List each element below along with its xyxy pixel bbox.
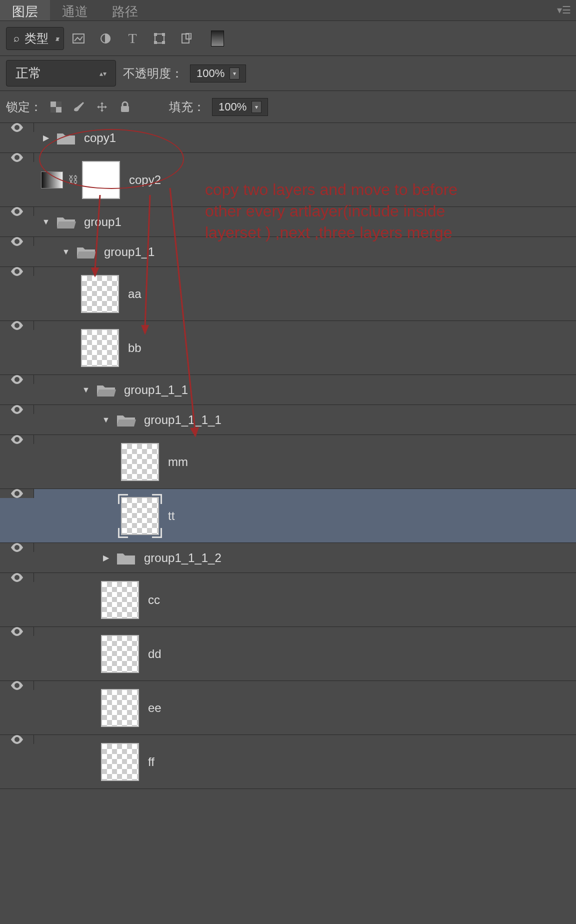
disclosure-down-icon[interactable]: ▼ xyxy=(41,217,51,227)
visibility-toggle[interactable] xyxy=(10,321,24,330)
layer-name[interactable]: ff xyxy=(148,755,154,769)
chevron-down-icon[interactable]: ▾ xyxy=(230,68,240,80)
layer-group-copy1[interactable]: ▶ copy1 xyxy=(0,123,576,153)
folder-open-icon xyxy=(75,244,97,260)
layer-mm[interactable]: mm xyxy=(0,435,576,489)
fill-input[interactable]: 100% ▾ xyxy=(212,98,268,116)
lock-transparent-icon[interactable] xyxy=(49,100,63,114)
lock-brush-icon[interactable] xyxy=(72,100,86,114)
lock-label: 锁定： xyxy=(6,99,42,115)
tab-layers[interactable]: 图层 xyxy=(0,0,50,20)
layer-name[interactable]: tt xyxy=(168,509,174,523)
layer-bb[interactable]: bb xyxy=(0,321,576,375)
disclosure-down-icon[interactable]: ▼ xyxy=(81,385,91,395)
visibility-toggle[interactable] xyxy=(10,573,24,582)
layer-ee[interactable]: ee xyxy=(0,681,576,735)
smartobject-filter-icon[interactable] xyxy=(179,31,194,46)
layer-thumbnail[interactable] xyxy=(81,275,119,313)
opacity-label: 不透明度： xyxy=(123,66,183,82)
layer-name[interactable]: bb xyxy=(128,341,142,355)
blend-mode-select[interactable]: 正常 ▴▾ xyxy=(6,60,116,86)
folder-open-icon xyxy=(55,214,77,230)
layer-group-group1[interactable]: ▼ group1 xyxy=(0,207,576,237)
layer-name[interactable]: group1_1_1_1 xyxy=(144,413,222,427)
disclosure-down-icon[interactable]: ▼ xyxy=(61,247,71,257)
svg-rect-4 xyxy=(162,33,165,36)
gradient-thumbnail xyxy=(41,172,63,188)
visibility-toggle[interactable] xyxy=(10,267,24,276)
layer-group-group1-1-1-2[interactable]: ▶ group1_1_1_2 xyxy=(0,543,576,573)
layer-thumbnail[interactable] xyxy=(81,329,119,367)
visibility-toggle[interactable] xyxy=(10,489,24,498)
layer-name[interactable]: cc xyxy=(148,593,160,607)
layers-list: ▶ copy1 ⛓ copy2 ▼ group1 ▼ group1_1 xyxy=(0,123,576,789)
fill-label: 填充： xyxy=(169,99,205,115)
visibility-toggle[interactable] xyxy=(10,375,24,384)
lock-move-icon[interactable] xyxy=(95,100,109,114)
visibility-toggle[interactable] xyxy=(10,153,24,162)
layer-group-group1-1-1-1[interactable]: ▼ group1_1_1_1 xyxy=(0,405,576,435)
blend-row: 正常 ▴▾ 不透明度： 100% ▾ xyxy=(0,56,576,91)
visibility-toggle[interactable] xyxy=(10,405,24,414)
layer-group-group1-1-1[interactable]: ▼ group1_1_1 xyxy=(0,375,576,405)
visibility-toggle[interactable] xyxy=(10,207,24,216)
filter-kind-select[interactable]: ⌕ 类型 ▴▾ xyxy=(6,27,64,50)
tab-channels[interactable]: 通道 xyxy=(50,0,100,20)
mask-thumbnail[interactable] xyxy=(82,161,120,199)
tab-paths[interactable]: 路径 xyxy=(100,0,150,20)
layer-group-group1-1[interactable]: ▼ group1_1 xyxy=(0,237,576,267)
layer-name[interactable]: dd xyxy=(148,647,162,661)
adjustment-filter-icon[interactable] xyxy=(98,31,113,46)
layer-cc[interactable]: cc xyxy=(0,573,576,627)
visibility-toggle[interactable] xyxy=(10,681,24,690)
visibility-toggle[interactable] xyxy=(10,435,24,444)
layer-thumbnail[interactable] xyxy=(101,635,139,673)
filter-toggle[interactable] xyxy=(211,30,224,46)
layer-name[interactable]: mm xyxy=(168,455,188,469)
layer-thumbnail[interactable] xyxy=(101,743,139,781)
visibility-toggle[interactable] xyxy=(10,627,24,636)
layer-thumbnail[interactable] xyxy=(101,581,139,619)
layer-copy2[interactable]: ⛓ copy2 xyxy=(0,153,576,207)
blend-mode-label: 正常 xyxy=(16,64,42,82)
svg-rect-11 xyxy=(56,102,62,107)
visibility-toggle[interactable] xyxy=(10,123,24,132)
visibility-toggle[interactable] xyxy=(10,237,24,246)
layer-name[interactable]: group1_1_1_2 xyxy=(144,551,222,565)
up-down-icon: ▴▾ xyxy=(100,70,106,78)
layer-aa[interactable]: aa xyxy=(0,267,576,321)
layer-tt[interactable]: tt xyxy=(0,489,576,543)
panel-menu-icon[interactable]: ▾☰ xyxy=(557,4,571,16)
lock-all-icon[interactable] xyxy=(118,100,132,114)
svg-rect-6 xyxy=(162,42,165,44)
layer-thumbnail[interactable] xyxy=(121,443,159,481)
layer-thumbnail[interactable] xyxy=(121,497,159,535)
opacity-value: 100% xyxy=(196,67,224,80)
pixel-filter-icon[interactable] xyxy=(71,31,86,46)
visibility-toggle[interactable] xyxy=(10,735,24,744)
layer-name[interactable]: copy1 xyxy=(84,131,116,145)
layer-dd[interactable]: dd xyxy=(0,627,576,681)
svg-rect-3 xyxy=(154,33,156,36)
layer-name[interactable]: ee xyxy=(148,701,162,715)
search-icon: ⌕ xyxy=(14,32,20,44)
layer-name[interactable]: aa xyxy=(128,287,142,301)
folder-open-icon xyxy=(95,382,117,398)
chevron-down-icon[interactable]: ▾ xyxy=(252,101,262,113)
type-filter-icon[interactable]: T xyxy=(125,31,140,46)
filter-icons: T xyxy=(71,31,194,46)
disclosure-down-icon[interactable]: ▼ xyxy=(101,415,111,425)
opacity-input[interactable]: 100% ▾ xyxy=(190,64,246,82)
disclosure-right-icon[interactable]: ▶ xyxy=(41,133,51,143)
visibility-toggle[interactable] xyxy=(10,543,24,552)
shape-filter-icon[interactable] xyxy=(152,31,167,46)
layer-thumbnail[interactable] xyxy=(101,689,139,727)
disclosure-right-icon[interactable]: ▶ xyxy=(101,553,111,563)
mask-link-icon[interactable]: ⛓ xyxy=(68,174,78,186)
up-down-icon: ▴▾ xyxy=(56,34,56,42)
layer-name[interactable]: copy2 xyxy=(129,173,161,187)
layer-name[interactable]: group1 xyxy=(84,215,122,229)
layer-name[interactable]: group1_1 xyxy=(104,245,154,259)
layer-ff[interactable]: ff xyxy=(0,735,576,789)
layer-name[interactable]: group1_1_1 xyxy=(124,383,188,397)
